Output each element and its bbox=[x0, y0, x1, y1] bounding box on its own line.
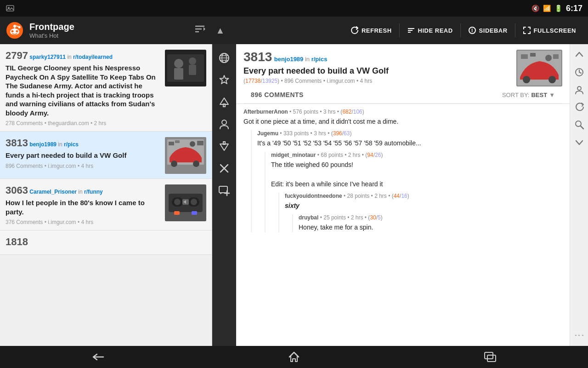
list-item[interactable]: 1818 bbox=[0, 230, 212, 255]
comments-count-label: 896 COMMENTS bbox=[251, 91, 304, 98]
svg-rect-28 bbox=[175, 140, 180, 143]
right-sidebar: ⋮ bbox=[570, 44, 588, 346]
comment-children: fuckyouidontneedone • 28 points • 2 hrs … bbox=[278, 193, 562, 232]
comment-item: AfterburnerAnon • 576 points • 3 hrs • (… bbox=[243, 109, 562, 232]
globe-button[interactable] bbox=[214, 48, 234, 68]
svg-rect-20 bbox=[167, 54, 204, 82]
comment-username: midget_minotaur bbox=[271, 152, 316, 158]
fullscreen-button[interactable]: FULLSCREEN bbox=[516, 23, 582, 38]
profile-button[interactable] bbox=[214, 114, 234, 134]
post-subreddit: r/pics bbox=[64, 141, 79, 148]
hide-read-button[interactable]: HIDE READ bbox=[401, 23, 459, 38]
comments-list: AfterburnerAnon • 576 points • 3 hrs • (… bbox=[236, 104, 570, 346]
comments-post-info: 3813 benjo1989 in r/pics Every part need… bbox=[243, 50, 511, 84]
sort-by[interactable]: SORT BY: BEST ▼ bbox=[502, 92, 555, 98]
votes-up: 17738 bbox=[245, 78, 260, 84]
post-score: 3813 bbox=[6, 137, 28, 149]
home-button[interactable] bbox=[276, 348, 312, 366]
main-content: 2797 sparky127911 in r/todayilearned TIL… bbox=[0, 44, 588, 346]
separator-3 bbox=[515, 23, 515, 37]
post-score: 2797 bbox=[6, 50, 28, 61]
post-title: TIL George Clooney spent his Nespresso P… bbox=[6, 63, 160, 117]
list-item[interactable]: 2797 sparky127911 in r/todayilearned TIL… bbox=[0, 44, 212, 132]
svg-rect-0 bbox=[6, 6, 14, 11]
post-meta: 3063 Caramel_Prisoner in r/funny bbox=[6, 184, 160, 196]
list-item[interactable]: 3813 benjo1989 in r/pics Every part need… bbox=[0, 132, 212, 179]
svg-marker-53 bbox=[220, 144, 228, 150]
add-comment-button[interactable] bbox=[214, 180, 234, 201]
hide-read-icon bbox=[407, 26, 415, 34]
post-title: How I let people in the 80's know I came… bbox=[6, 198, 160, 216]
comment-votes-down: 5 bbox=[378, 214, 381, 221]
comment-votes-up: 682 bbox=[342, 109, 351, 115]
svg-text:i: i bbox=[471, 28, 473, 33]
svg-point-29 bbox=[190, 141, 195, 147]
bottom-nav bbox=[0, 346, 588, 368]
refresh-icon bbox=[574, 102, 584, 112]
add-comment-icon bbox=[218, 184, 230, 196]
post-info: 3063 Caramel_Prisoner in r/funny How I l… bbox=[6, 184, 160, 225]
comment-item: Jugemu • 333 points • 3 hrs • (396/63) I… bbox=[257, 130, 562, 232]
sidebar-button[interactable]: i SIDEBAR bbox=[462, 23, 514, 38]
back-button[interactable] bbox=[79, 348, 116, 366]
comment-age: 2 hrs bbox=[374, 193, 387, 199]
svg-point-4 bbox=[11, 30, 14, 33]
star-button[interactable] bbox=[214, 70, 234, 90]
comment-age: 2 hrs bbox=[348, 152, 361, 158]
separator bbox=[399, 23, 400, 37]
svg-point-65 bbox=[545, 55, 552, 61]
svg-point-62 bbox=[548, 76, 556, 83]
search-button[interactable] bbox=[571, 117, 587, 132]
comment-text: The title weighed 60 pounds!Edit: it's b… bbox=[271, 160, 562, 189]
status-bar-right: 🔇 📶 🔋 6:17 bbox=[531, 4, 582, 13]
comment-username: AfterburnerAnon bbox=[243, 109, 288, 115]
downvote-button[interactable] bbox=[214, 136, 234, 156]
hide-button[interactable] bbox=[214, 158, 234, 178]
comment-children: midget_minotaur • 68 points • 2 hrs • (9… bbox=[265, 152, 562, 232]
comments-age: 4 hrs bbox=[360, 78, 372, 84]
comment-text: Honey, take me for a spin. bbox=[299, 223, 562, 232]
svg-point-38 bbox=[191, 199, 197, 205]
comments-subreddit: r/pics bbox=[311, 56, 328, 63]
person-icon bbox=[574, 85, 584, 95]
comment-votes-up: 396 bbox=[333, 130, 342, 137]
home-icon bbox=[288, 351, 300, 363]
collapse-icon[interactable]: ▲ bbox=[215, 25, 225, 36]
recents-button[interactable] bbox=[472, 348, 509, 366]
svg-rect-27 bbox=[169, 142, 174, 145]
svg-rect-56 bbox=[219, 186, 227, 193]
post-meta: 3813 benjo1989 in r/pics bbox=[6, 137, 160, 149]
post-username: benjo1989 bbox=[29, 141, 58, 148]
svg-point-51 bbox=[222, 120, 226, 125]
comment-points: 333 points bbox=[283, 130, 309, 137]
refresh-comments-button[interactable] bbox=[571, 99, 587, 115]
comment-meta: midget_minotaur • 68 points • 2 hrs • (9… bbox=[271, 152, 562, 158]
app-logo bbox=[6, 21, 24, 40]
post-info: 2797 sparky127911 in r/todayilearned TIL… bbox=[6, 50, 160, 126]
scroll-down-button[interactable] bbox=[571, 134, 587, 150]
comment-children: Jugemu • 333 points • 3 hrs • (396/63) I… bbox=[251, 130, 562, 232]
comment-item: fuckyouidontneedone • 28 points • 2 hrs … bbox=[285, 193, 562, 232]
account-button[interactable] bbox=[571, 82, 587, 98]
svg-rect-30 bbox=[197, 141, 204, 145]
list-item[interactable]: 3063 Caramel_Prisoner in r/funny How I l… bbox=[0, 179, 212, 230]
image-icon bbox=[6, 4, 15, 13]
comments-post-row: 3813 benjo1989 in r/pics Every part need… bbox=[243, 50, 562, 86]
status-bar: 🔇 📶 🔋 6:17 bbox=[0, 0, 588, 17]
history-button[interactable] bbox=[571, 64, 587, 80]
upvote-button[interactable] bbox=[214, 92, 234, 112]
comments-count-inline: 896 Comments bbox=[284, 78, 322, 84]
svg-point-22 bbox=[189, 58, 196, 65]
comment-children: druybal • 25 points • 2 hrs • (30/5) Hon… bbox=[292, 214, 562, 232]
svg-rect-64 bbox=[530, 53, 536, 57]
more-options-icon: ⋮ bbox=[573, 330, 585, 339]
back-icon bbox=[90, 351, 105, 362]
scroll-up-button[interactable] bbox=[571, 47, 587, 63]
fullscreen-icon bbox=[523, 26, 531, 34]
comment-votes-down: 26 bbox=[375, 152, 381, 158]
post-score: 3063 bbox=[6, 184, 28, 196]
post-info: 3813 benjo1989 in r/pics Every part need… bbox=[6, 137, 160, 174]
sort-icon[interactable] bbox=[193, 23, 206, 38]
refresh-button[interactable]: REFRESH bbox=[344, 23, 398, 38]
toolbar: Frontpage What's Hot ▲ REFRESH bbox=[0, 17, 588, 44]
